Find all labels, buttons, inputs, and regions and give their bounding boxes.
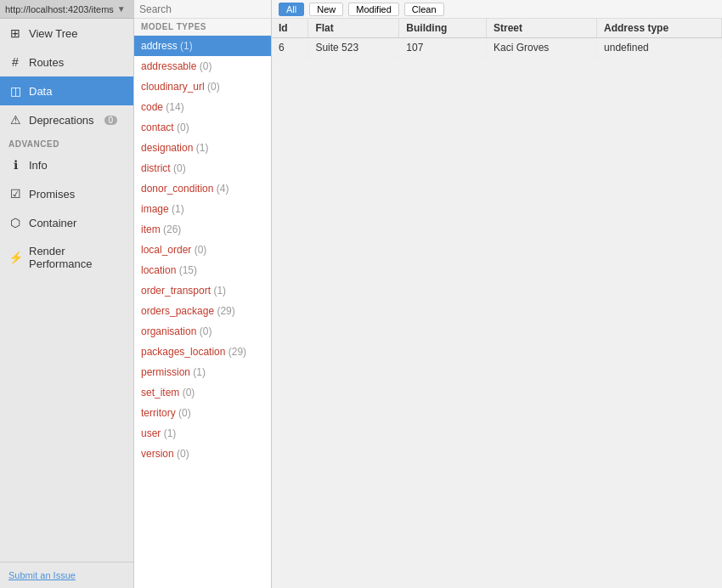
model-item-name: address (141, 40, 180, 52)
sidebar-item-label: Promises (29, 188, 75, 201)
promises-icon: ☑ (8, 187, 22, 201)
model-item-name: location (141, 264, 179, 276)
model-item-count: (0) (200, 60, 212, 72)
model-item-name: version (141, 448, 177, 460)
model-item-addressable[interactable]: addressable (0) (134, 56, 271, 76)
model-item-count: (15) (179, 264, 197, 276)
model-item-contact[interactable]: contact (0) (134, 117, 271, 138)
filter-all-button[interactable]: All (279, 3, 304, 16)
cell-building: 107 (399, 38, 487, 58)
model-item-code[interactable]: code (14) (134, 97, 271, 117)
info-icon: ℹ (8, 158, 22, 172)
model-item-count: (14) (166, 101, 183, 113)
render-performance-icon: ⚡ (8, 251, 22, 264)
table-container: IdFlatBuildingStreetAddress type 6Suite … (272, 19, 722, 588)
cell-flat: Suite 523 (308, 38, 399, 58)
table-header-row: IdFlatBuildingStreetAddress type (272, 19, 722, 38)
model-item-image[interactable]: image (1) (134, 199, 271, 219)
model-item-name: image (141, 203, 172, 215)
model-item-name: user (141, 427, 164, 439)
column-street: Street (486, 19, 596, 38)
model-item-count: (0) (173, 162, 186, 174)
model-item-district[interactable]: district (0) (134, 158, 271, 178)
model-item-version[interactable]: version (0) (134, 444, 271, 464)
model-item-orders_package[interactable]: orders_package (29) (134, 301, 271, 321)
model-item-packages_location[interactable]: packages_location (29) (134, 342, 271, 362)
filter-clean-button[interactable]: Clean (404, 3, 444, 16)
sidebar-item-render-performance[interactable]: ⚡Render Performance (0, 237, 133, 278)
nav-items: ⊞View Tree#Routes◫Data⚠Deprecations0ADVA… (0, 19, 133, 562)
data-icon: ◫ (8, 84, 22, 98)
sidebar-item-label: Container (29, 217, 76, 229)
model-item-location[interactable]: location (15) (134, 260, 271, 280)
cell-id: 6 (272, 38, 308, 58)
model-item-name: permission (141, 366, 193, 378)
model-item-territory[interactable]: territory (0) (134, 403, 271, 423)
model-item-permission[interactable]: permission (1) (134, 362, 271, 382)
model-item-address[interactable]: address (1) (134, 36, 271, 56)
toolbar: All New Modified Clean (272, 0, 722, 19)
model-item-count: (1) (196, 142, 209, 154)
model-item-donor_condition[interactable]: donor_condition (4) (134, 178, 271, 199)
model-item-local_order[interactable]: local_order (0) (134, 240, 271, 260)
model-item-order_transport[interactable]: order_transport (1) (134, 280, 271, 301)
model-item-count: (26) (163, 223, 181, 235)
model-item-user[interactable]: user (1) (134, 423, 271, 444)
filter-modified-button[interactable]: Modified (348, 3, 399, 16)
model-item-count: (29) (217, 305, 234, 317)
model-item-name: local_order (141, 244, 195, 256)
model-item-designation[interactable]: designation (1) (134, 138, 271, 158)
sidebar-item-container[interactable]: ⬡Container (0, 208, 133, 237)
column-flat: Flat (308, 19, 399, 38)
model-item-count: (29) (228, 346, 246, 358)
model-item-name: cloudinary_url (141, 81, 207, 93)
model-item-count: (0) (207, 81, 220, 93)
model-item-count: (0) (183, 387, 195, 399)
sidebar-item-label: Render Performance (29, 245, 125, 270)
sidebar-item-deprecations[interactable]: ⚠Deprecations0 (0, 105, 133, 134)
model-item-name: territory (141, 407, 178, 419)
deprecations-icon: ⚠ (8, 113, 22, 127)
model-item-set_item[interactable]: set_item (0) (134, 382, 271, 403)
model-item-organisation[interactable]: organisation (0) (134, 321, 271, 342)
model-item-count: (1) (193, 366, 206, 378)
model-item-name: contact (141, 122, 177, 133)
sidebar-item-view-tree[interactable]: ⊞View Tree (0, 19, 133, 48)
url-text: http://localhost:4203/items (5, 4, 114, 14)
model-item-name: packages_location (141, 346, 228, 358)
model-item-count: (0) (177, 122, 189, 133)
routes-icon: # (8, 55, 22, 69)
model-item-count: (1) (213, 285, 226, 297)
column-address-type: Address type (597, 19, 722, 38)
model-item-name: organisation (141, 325, 200, 337)
search-input[interactable] (139, 3, 267, 15)
table-row[interactable]: 6Suite 523107Kaci Grovesundefined (272, 38, 722, 58)
sidebar-item-label: View Tree (29, 27, 78, 40)
model-item-name: addressable (141, 60, 200, 72)
filter-new-button[interactable]: New (309, 3, 343, 16)
model-item-cloudinary_url[interactable]: cloudinary_url (0) (134, 76, 271, 97)
model-item-name: designation (141, 142, 196, 154)
submit-issue-link[interactable]: Submit an Issue (8, 570, 76, 580)
sidebar-item-label: Info (29, 159, 48, 172)
model-item-name: orders_package (141, 305, 217, 317)
model-panel: MODEL TYPES address (1)addressable (0)cl… (134, 0, 272, 588)
sidebar-item-data[interactable]: ◫Data (0, 76, 133, 105)
table-header: IdFlatBuildingStreetAddress type (272, 19, 722, 38)
main-content: All New Modified Clean IdFlatBuildingStr… (272, 0, 722, 588)
model-item-count: (0) (178, 407, 191, 419)
url-caret: ▼ (117, 4, 126, 14)
sidebar-item-promises[interactable]: ☑Promises (0, 179, 133, 208)
sidebar-item-routes[interactable]: #Routes (0, 48, 133, 76)
sidebar-item-label: Routes (29, 56, 64, 69)
model-types-label: MODEL TYPES (134, 19, 271, 36)
advanced-section-label: ADVANCED (0, 134, 133, 150)
model-item-count: (1) (180, 40, 193, 52)
model-item-item[interactable]: item (26) (134, 219, 271, 240)
cell-address-type: undefined (597, 38, 722, 58)
model-item-name: order_transport (141, 285, 213, 297)
column-id: Id (272, 19, 308, 38)
sidebar-item-info[interactable]: ℹInfo (0, 150, 133, 179)
data-table: IdFlatBuildingStreetAddress type 6Suite … (272, 19, 722, 58)
model-item-name: code (141, 101, 166, 113)
